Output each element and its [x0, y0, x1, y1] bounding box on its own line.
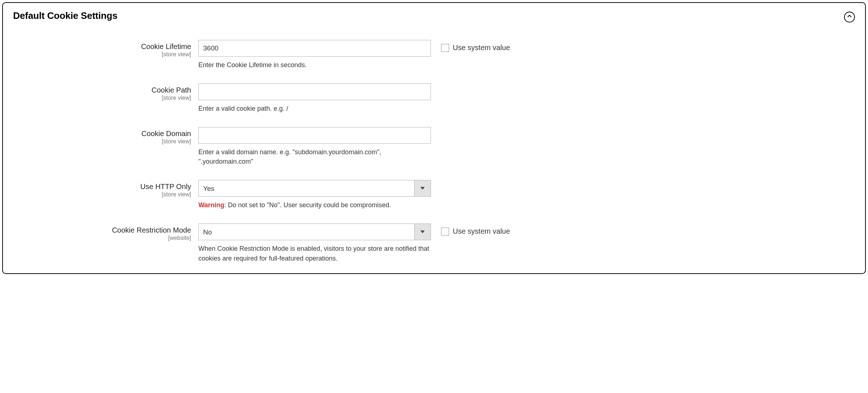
collapse-button[interactable]	[844, 12, 855, 22]
use-system-value-checkbox[interactable]	[441, 44, 449, 52]
checkbox-col: Use system value	[431, 40, 510, 52]
panel-header: Default Cookie Settings	[13, 10, 855, 22]
field-label: Use HTTP Only	[13, 182, 191, 191]
field-label: Cookie Lifetime	[13, 42, 191, 51]
field-label: Cookie Domain	[13, 129, 191, 138]
input-col: Enter a valid cookie path. e.g. /	[198, 83, 431, 113]
help-text: Enter the Cookie Lifetime in seconds.	[198, 60, 431, 70]
use-system-value-checkbox[interactable]	[441, 228, 449, 236]
use-system-value-label[interactable]: Use system value	[453, 44, 510, 52]
help-text: When Cookie Restriction Mode is enabled,…	[198, 244, 431, 263]
field-scope: [store view]	[13, 51, 191, 58]
label-col: Cookie Restriction Mode [website]	[13, 224, 198, 241]
help-text: Enter a valid domain name. e.g. "subdoma…	[198, 147, 431, 166]
input-col: Yes Warning: Do not set to "No". User se…	[198, 180, 431, 210]
row-cookie-domain: Cookie Domain [store view] Enter a valid…	[13, 127, 855, 166]
field-scope: [website]	[13, 235, 191, 241]
use-http-only-select[interactable]: Yes	[198, 180, 431, 197]
cookie-lifetime-input[interactable]	[198, 40, 431, 57]
cookie-path-input[interactable]	[198, 83, 431, 100]
field-label: Cookie Path	[13, 86, 191, 94]
select-wrap: No	[198, 224, 431, 240]
cookie-restriction-select[interactable]: No	[198, 224, 431, 240]
label-col: Use HTTP Only [store view]	[13, 180, 198, 198]
label-col: Cookie Lifetime [store view]	[13, 40, 198, 58]
field-scope: [store view]	[13, 95, 191, 101]
field-scope: [store view]	[13, 138, 191, 145]
chevron-up-icon	[847, 14, 852, 20]
use-system-value-label[interactable]: Use system value	[453, 227, 510, 236]
help-text: Enter a valid cookie path. e.g. /	[198, 104, 431, 113]
checkbox-col: Use system value	[431, 224, 510, 236]
row-cookie-restriction: Cookie Restriction Mode [website] No Whe…	[13, 224, 855, 263]
panel-title: Default Cookie Settings	[13, 10, 117, 21]
row-cookie-lifetime: Cookie Lifetime [store view] Enter the C…	[13, 40, 855, 70]
input-col: Enter a valid domain name. e.g. "subdoma…	[198, 127, 431, 166]
label-col: Cookie Domain [store view]	[13, 127, 198, 145]
form-rows: Cookie Lifetime [store view] Enter the C…	[13, 40, 855, 263]
cookie-domain-input[interactable]	[198, 127, 431, 144]
select-wrap: Yes	[198, 180, 431, 197]
row-use-http-only: Use HTTP Only [store view] Yes Warning: …	[13, 180, 855, 210]
input-col: No When Cookie Restriction Mode is enabl…	[198, 224, 431, 263]
label-col: Cookie Path [store view]	[13, 83, 198, 101]
warning-text: : Do not set to "No". User security coul…	[224, 201, 391, 209]
field-label: Cookie Restriction Mode	[13, 226, 191, 234]
warning-label: Warning	[198, 201, 224, 209]
help-text: Warning: Do not set to "No". User securi…	[198, 200, 431, 210]
input-col: Enter the Cookie Lifetime in seconds.	[198, 40, 431, 70]
cookie-settings-panel: Default Cookie Settings Cookie Lifetime …	[2, 2, 866, 274]
field-scope: [store view]	[13, 191, 191, 198]
row-cookie-path: Cookie Path [store view] Enter a valid c…	[13, 83, 855, 113]
